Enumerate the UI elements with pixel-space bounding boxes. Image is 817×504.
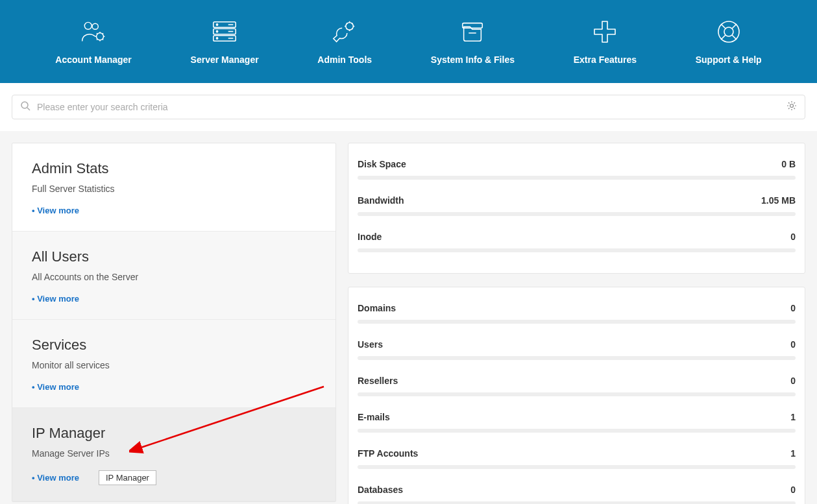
stat-databases: Databases 0	[358, 478, 796, 504]
card-subtitle: All Accounts on the Server	[32, 272, 316, 282]
nav-system-info-files[interactable]: System Info & Files	[431, 18, 515, 65]
main-region: Admin Stats Full Server Statistics • Vie…	[0, 131, 817, 504]
svg-point-7	[216, 30, 217, 32]
nav-label: Admin Tools	[317, 54, 372, 65]
view-more-link[interactable]: • View more	[32, 294, 316, 304]
stat-label: Users	[358, 339, 383, 350]
card-subtitle: Manage Server IPs	[32, 448, 316, 459]
card-title: IP Manager	[32, 425, 316, 442]
progress-bar	[358, 248, 796, 252]
stat-disk-space: Disk Space 0 B	[358, 152, 796, 189]
search-region	[0, 83, 817, 131]
progress-bar	[358, 212, 796, 216]
archive-folder-icon	[459, 18, 486, 45]
progress-bar	[358, 465, 796, 469]
stat-resellers: Resellers 0	[358, 369, 796, 405]
progress-bar	[358, 176, 796, 180]
stat-bandwidth: Bandwidth 1.05 MB	[358, 189, 796, 225]
server-icon	[211, 18, 238, 45]
nav-support-help[interactable]: Support & Help	[696, 18, 762, 65]
nav-extra-features[interactable]: Extra Features	[574, 18, 637, 65]
right-panel: Disk Space 0 B Bandwidth 1.05 MB Inode 0	[348, 143, 805, 504]
stat-label: E-mails	[358, 412, 390, 422]
svg-line-18	[732, 24, 737, 29]
stat-ftp-accounts: FTP Accounts 1	[358, 442, 796, 478]
top-nav: Account Manager Server Manager	[0, 0, 817, 83]
progress-bar	[358, 356, 796, 360]
card-ip-manager[interactable]: IP Manager Manage Server IPs • View more…	[12, 408, 335, 501]
stat-label: Inode	[358, 232, 382, 242]
search-icon	[20, 101, 30, 114]
card-admin-stats[interactable]: Admin Stats Full Server Statistics • Vie…	[12, 143, 335, 232]
stat-value: 0	[790, 485, 796, 495]
stat-value: 0 B	[781, 159, 796, 169]
stat-value: 0	[790, 339, 796, 350]
stat-value: 1	[790, 412, 796, 422]
nav-label: System Info & Files	[431, 54, 515, 65]
nav-label: Server Manager	[191, 54, 259, 65]
svg-line-20	[732, 35, 737, 40]
stat-inode: Inode 0	[358, 225, 796, 261]
stat-value: 1.05 MB	[761, 195, 796, 206]
users-gear-icon	[80, 18, 107, 45]
tools-gear-icon	[331, 18, 358, 45]
view-more-link[interactable]: • View more	[32, 473, 79, 483]
stat-label: Resellers	[358, 376, 398, 386]
nav-admin-tools[interactable]: Admin Tools	[317, 18, 372, 65]
search-input[interactable]	[37, 102, 780, 112]
view-more-link[interactable]: • View more	[32, 206, 316, 215]
stat-value: 0	[790, 376, 796, 386]
svg-point-16	[724, 27, 733, 36]
svg-point-0	[84, 22, 91, 29]
card-subtitle: Monitor all services	[32, 360, 316, 370]
card-title: Services	[32, 337, 316, 354]
stat-domains: Domains 0	[358, 296, 796, 333]
progress-bar	[358, 392, 796, 396]
left-panel: Admin Stats Full Server Statistics • Vie…	[12, 143, 336, 502]
stat-value: 1	[790, 448, 796, 459]
stat-emails: E-mails 1	[358, 405, 796, 442]
card-title: Admin Stats	[32, 160, 316, 177]
plus-icon	[591, 18, 618, 45]
card-title: All Users	[32, 248, 316, 265]
lifebuoy-icon	[715, 18, 742, 45]
nav-label: Extra Features	[574, 54, 637, 65]
svg-point-21	[21, 102, 28, 108]
stat-label: Bandwidth	[358, 195, 404, 206]
view-more-link[interactable]: • View more	[32, 382, 316, 392]
progress-bar	[358, 501, 796, 504]
stat-label: Disk Space	[358, 159, 406, 169]
svg-point-1	[92, 23, 98, 29]
stat-label: Databases	[358, 485, 403, 495]
svg-rect-13	[463, 23, 483, 29]
progress-bar	[358, 429, 796, 433]
stat-users: Users 0	[358, 333, 796, 369]
nav-label: Account Manager	[55, 54, 131, 65]
counts-panel: Domains 0 Users 0 Resellers 0	[348, 287, 805, 504]
svg-line-22	[27, 108, 30, 110]
stat-value: 0	[790, 303, 796, 313]
svg-point-8	[216, 38, 217, 39]
svg-line-17	[721, 24, 726, 29]
svg-line-19	[721, 35, 726, 40]
usage-panel: Disk Space 0 B Bandwidth 1.05 MB Inode 0	[348, 143, 805, 274]
tooltip-ip-manager: IP Manager	[99, 470, 156, 485]
progress-bar	[358, 320, 796, 324]
nav-account-manager[interactable]: Account Manager	[55, 18, 131, 65]
search-box[interactable]	[12, 95, 805, 119]
svg-point-6	[216, 24, 217, 25]
nav-server-manager[interactable]: Server Manager	[191, 18, 259, 65]
card-all-users[interactable]: All Users All Accounts on the Server • V…	[12, 232, 335, 320]
stat-label: FTP Accounts	[358, 448, 418, 459]
gear-icon[interactable]	[787, 101, 797, 114]
stat-label: Domains	[358, 303, 396, 313]
card-subtitle: Full Server Statistics	[32, 184, 316, 194]
nav-label: Support & Help	[696, 54, 762, 65]
svg-point-23	[790, 104, 794, 108]
stat-value: 0	[790, 232, 796, 242]
card-services[interactable]: Services Monitor all services • View mor…	[12, 320, 335, 408]
